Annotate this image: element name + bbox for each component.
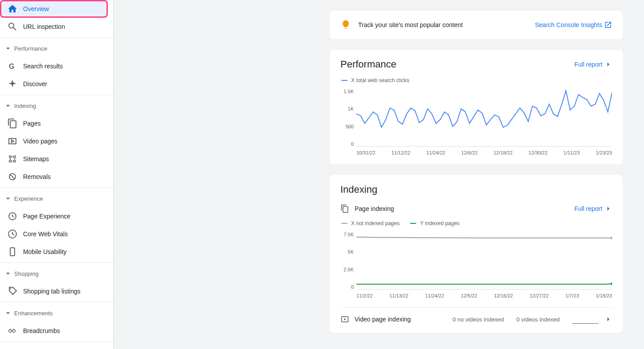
sidebar-item-shopping-listings[interactable]: Shopping tab listings — [0, 282, 110, 300]
video-icon — [7, 136, 18, 147]
overview-label: Overview — [23, 5, 49, 12]
section-shopping[interactable]: Shopping — [0, 265, 113, 282]
section-security[interactable]: Security & Manual Actions — [0, 344, 113, 349]
shopping-section-label: Shopping — [14, 270, 39, 277]
indexing-legend-idx: Y indexed pages — [410, 220, 459, 226]
performance-legend-label: X total web search clicks — [351, 77, 409, 83]
video-pages-label: Video pages — [23, 138, 58, 145]
indexing-full-report-link[interactable]: Full report — [574, 205, 612, 213]
sitemaps-label: Sitemaps — [23, 155, 49, 163]
caret-down-icon — [4, 194, 12, 203]
sidebar-item-breadcrumbs[interactable]: Breadcrumbs — [0, 322, 110, 340]
svg-point-7 — [611, 237, 612, 239]
performance-card: Performance Full report X total web sear… — [330, 50, 623, 164]
indexing-card: Indexing Page indexing Full report X not… — [330, 175, 623, 333]
sparkline — [572, 315, 599, 324]
indexing-legend-idx-label: Y indexed pages — [420, 220, 459, 226]
caret-down-icon — [4, 101, 12, 110]
svg-text:G: G — [9, 63, 14, 70]
sidebar-item-url-inspection[interactable]: URL inspection — [0, 18, 110, 36]
pages-label: Pages — [23, 120, 41, 127]
performance-legend-item: X total web search clicks — [341, 77, 409, 83]
video-metric-2: 0 videos indexed — [516, 316, 560, 323]
page-experience-label: Page Experience — [23, 213, 71, 220]
mobile-icon — [7, 246, 18, 257]
divider — [0, 37, 113, 38]
divider — [0, 187, 113, 188]
indexing-title: Indexing — [340, 184, 612, 195]
chevron-right-icon — [604, 315, 612, 323]
removals-icon — [7, 171, 18, 182]
swatch-green — [410, 223, 416, 224]
divider — [0, 302, 113, 302]
insights-link[interactable]: Search Console Insights — [535, 21, 612, 29]
video-indexing-label: Video page indexing — [355, 316, 447, 323]
removals-label: Removals — [23, 173, 51, 180]
divider — [0, 262, 113, 263]
divider — [0, 341, 113, 342]
tag-icon — [7, 286, 18, 297]
sidebar-item-mobile-usability[interactable]: Mobile Usability — [0, 243, 110, 261]
pages-icon — [7, 118, 18, 129]
url-inspection-label: URL inspection — [23, 23, 65, 30]
enhancements-section-label: Enhancements — [14, 310, 53, 317]
sidebar-item-page-experience[interactable]: Page Experience — [0, 207, 110, 225]
swatch-grey — [341, 223, 348, 224]
page-experience-icon — [7, 211, 18, 222]
performance-chart: 1.5K1K5000 10/31/2211/12/2211/24/2212/6/… — [340, 89, 612, 155]
svg-rect-3 — [10, 248, 15, 256]
video-metric-1: 0 no videos indexed — [453, 316, 504, 323]
search-icon — [7, 21, 18, 32]
sidebar-item-overview[interactable]: Overview — [0, 0, 108, 18]
section-experience[interactable]: Experience — [0, 190, 113, 207]
full-report-label: Full report — [574, 61, 602, 68]
sidebar-item-sitemaps[interactable]: Sitemaps — [0, 150, 110, 168]
sidebar-item-search-results[interactable]: G Search results — [0, 57, 110, 75]
discover-icon — [7, 79, 18, 89]
indexing-section-label: Indexing — [14, 103, 36, 109]
section-performance[interactable]: Performance — [0, 40, 113, 57]
sidebar: Overview URL inspection Performance G Se… — [0, 0, 114, 349]
svg-point-8 — [611, 282, 612, 285]
section-enhancements[interactable]: Enhancements — [0, 304, 113, 322]
video-icon — [340, 315, 349, 324]
chevron-right-icon — [604, 60, 612, 68]
caret-down-icon — [4, 309, 12, 317]
insights-card: Track your site's most popular content S… — [330, 11, 623, 39]
mobile-usability-label: Mobile Usability — [23, 248, 67, 255]
performance-section-label: Performance — [14, 45, 47, 52]
swatch-blue — [341, 80, 348, 81]
full-report-label: Full report — [574, 205, 602, 212]
sitemap-icon — [7, 154, 18, 164]
indexing-legend-not-label: X not indexed pages — [351, 220, 399, 226]
shopping-listings-label: Shopping tab listings — [23, 288, 80, 295]
main-content: Track your site's most popular content S… — [114, 0, 644, 349]
insights-link-label: Search Console Insights — [535, 21, 602, 28]
chevron-right-icon — [604, 205, 612, 213]
sidebar-item-video-pages[interactable]: Video pages — [0, 132, 110, 150]
search-results-label: Search results — [23, 63, 63, 70]
home-icon — [7, 4, 18, 14]
insights-text: Track your site's most popular content — [358, 21, 463, 28]
sidebar-item-discover[interactable]: Discover — [0, 75, 110, 93]
vitals-icon — [7, 229, 18, 239]
video-indexing-row[interactable]: Video page indexing 0 no videos indexed … — [340, 307, 612, 324]
indexing-legend-not: X not indexed pages — [341, 220, 399, 226]
sidebar-item-removals[interactable]: Removals — [0, 168, 110, 186]
breadcrumbs-icon — [7, 325, 18, 336]
section-indexing[interactable]: Indexing — [0, 97, 113, 115]
core-web-vitals-label: Core Web Vitals — [23, 230, 68, 238]
sidebar-item-pages[interactable]: Pages — [0, 115, 110, 132]
pages-icon — [340, 204, 349, 213]
external-link-icon — [604, 21, 612, 29]
caret-down-icon — [4, 44, 12, 53]
indexing-chart: 7.5K5K2.5K0 11/2/2211/13/2211/24/2212/5/… — [340, 232, 612, 298]
performance-title: Performance — [340, 59, 396, 70]
page-indexing-label: Page indexing — [355, 205, 569, 212]
lightbulb-icon — [340, 20, 351, 30]
performance-full-report-link[interactable]: Full report — [574, 60, 612, 68]
caret-down-icon — [4, 269, 12, 278]
sidebar-item-core-web-vitals[interactable]: Core Web Vitals — [0, 225, 110, 243]
breadcrumbs-label: Breadcrumbs — [23, 327, 60, 334]
divider — [0, 95, 113, 95]
